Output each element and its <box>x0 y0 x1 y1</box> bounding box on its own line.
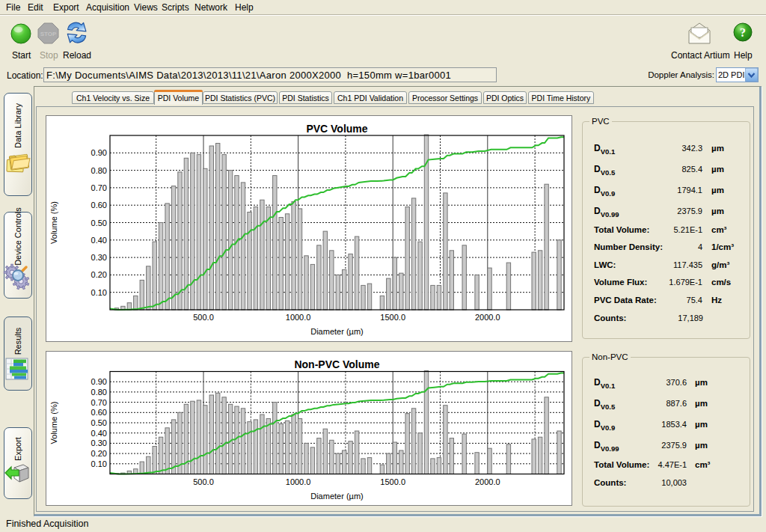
svg-text:2000.0: 2000.0 <box>475 313 500 322</box>
svg-text:0.10: 0.10 <box>91 288 107 297</box>
svg-text:0.70: 0.70 <box>91 398 107 407</box>
svg-text:PVC Volume: PVC Volume <box>306 123 367 135</box>
svg-text:0.80: 0.80 <box>91 166 107 175</box>
svg-text:0.60: 0.60 <box>91 201 107 210</box>
svg-text:1500.0: 1500.0 <box>380 477 405 486</box>
svg-text:?: ? <box>740 26 746 39</box>
svg-text:0.90: 0.90 <box>91 377 107 386</box>
svg-text:1000.0: 1000.0 <box>286 477 311 486</box>
svg-text:Volume (%): Volume (%) <box>49 402 58 444</box>
svg-text:0.50: 0.50 <box>91 418 107 427</box>
svg-text:0.30: 0.30 <box>91 253 107 262</box>
svg-text:0.20: 0.20 <box>91 270 107 279</box>
svg-text:1000.0: 1000.0 <box>286 313 311 322</box>
svg-text:500.0: 500.0 <box>193 313 214 322</box>
svg-text:1500.0: 1500.0 <box>380 313 405 322</box>
svg-text:0.90: 0.90 <box>91 148 107 157</box>
svg-text:0.40: 0.40 <box>91 429 107 438</box>
svg-text:0.70: 0.70 <box>91 183 107 192</box>
svg-text:Volume (%): Volume (%) <box>49 201 58 244</box>
svg-text:0.50: 0.50 <box>91 218 107 227</box>
svg-text:0.60: 0.60 <box>91 408 107 417</box>
svg-text:Diameter (µm): Diameter (µm) <box>310 327 364 336</box>
svg-text:2000.0: 2000.0 <box>475 477 500 486</box>
svg-text:STOP: STOP <box>40 31 57 37</box>
svg-text:0.40: 0.40 <box>91 236 107 245</box>
svg-text:0.80: 0.80 <box>91 388 107 397</box>
svg-text:0.20: 0.20 <box>91 449 107 458</box>
svg-text:0.10: 0.10 <box>91 459 107 468</box>
svg-text:Diameter (µm): Diameter (µm) <box>310 492 364 501</box>
svg-text:Non-PVC Volume: Non-PVC Volume <box>294 358 379 370</box>
svg-text:0.30: 0.30 <box>91 438 107 447</box>
svg-text:500.0: 500.0 <box>193 477 214 486</box>
